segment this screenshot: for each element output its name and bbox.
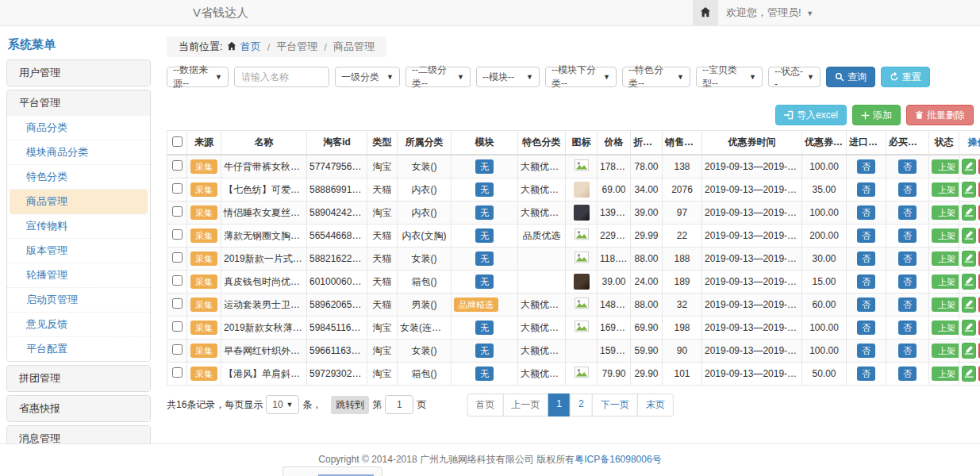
sidebar-item[interactable]: 平台配置 xyxy=(7,337,150,361)
import-toggle[interactable]: 否 xyxy=(857,321,875,335)
breadcrumb-home-link[interactable]: 首页 xyxy=(240,40,261,54)
row-checkbox[interactable] xyxy=(172,206,183,217)
must-buy-toggle[interactable]: 否 xyxy=(898,251,917,266)
edit-button[interactable] xyxy=(962,182,976,198)
select-all-checkbox[interactable] xyxy=(172,136,183,147)
import-toggle[interactable]: 否 xyxy=(857,205,875,220)
name-search-input[interactable] xyxy=(234,67,329,87)
jump-to-button[interactable]: 跳转到 xyxy=(331,396,369,414)
filter-select-module-sub-category[interactable]: --模块下分类--▼ xyxy=(545,67,617,87)
page-button[interactable]: 末页 xyxy=(637,393,674,416)
import-toggle[interactable]: 否 xyxy=(857,182,875,197)
add-button[interactable]: 添加 xyxy=(852,105,901,125)
sidebar-item[interactable]: 宣传物料 xyxy=(7,214,150,239)
reset-button[interactable]: 重置 xyxy=(881,67,930,87)
import-toggle[interactable]: 否 xyxy=(857,228,875,243)
sidebar-section-header[interactable]: 省惠快报 xyxy=(7,396,150,421)
filter-select-level2-category[interactable]: --二级分类--▼ xyxy=(405,67,471,87)
import-toggle[interactable]: 否 xyxy=(857,251,875,266)
must-buy-toggle[interactable]: 否 xyxy=(898,182,917,197)
page-button[interactable]: 1 xyxy=(548,393,571,416)
feature-category xyxy=(518,271,566,294)
filter-select-data-source[interactable]: --数据来源--▼ xyxy=(167,67,229,87)
import-toggle[interactable]: 否 xyxy=(857,159,875,174)
row-checkbox[interactable] xyxy=(172,298,183,309)
edit-button[interactable] xyxy=(962,320,976,336)
sidebar-section-header[interactable]: 消息管理 xyxy=(7,426,150,443)
row-checkbox[interactable] xyxy=(172,229,183,240)
status-toggle[interactable]: 上架 xyxy=(932,321,959,335)
sidebar-item[interactable]: 意见反馈 xyxy=(7,313,150,337)
status-toggle[interactable]: 上架 xyxy=(932,159,959,174)
filter-select-module[interactable]: --模块--▼ xyxy=(476,67,540,87)
import-toggle[interactable]: 否 xyxy=(857,274,875,289)
edit-icon xyxy=(964,161,974,173)
edit-button[interactable] xyxy=(962,297,976,313)
sidebar-item[interactable]: 商品管理 xyxy=(10,190,148,214)
filter-select-feature-category[interactable]: --特色分类--▼ xyxy=(622,67,690,87)
row-checkbox[interactable] xyxy=(172,160,183,171)
import-toggle[interactable]: 否 xyxy=(857,298,875,312)
edit-icon xyxy=(964,184,974,196)
must-buy-toggle[interactable]: 否 xyxy=(898,344,917,358)
edit-button[interactable] xyxy=(962,274,976,290)
must-buy-toggle[interactable]: 否 xyxy=(898,367,917,381)
page-button[interactable]: 2 xyxy=(570,393,593,416)
home-button[interactable] xyxy=(693,0,718,25)
import-toggle[interactable]: 否 xyxy=(857,344,875,358)
import-toggle[interactable]: 否 xyxy=(857,367,875,381)
query-button[interactable]: 查询 xyxy=(826,67,875,87)
status-toggle[interactable]: 上架 xyxy=(932,251,959,266)
sidebar-item[interactable]: 特色分类 xyxy=(7,165,150,190)
must-buy-toggle[interactable]: 否 xyxy=(898,205,917,220)
sidebar-item[interactable]: 版本管理 xyxy=(7,239,150,263)
edit-button[interactable] xyxy=(962,366,976,382)
sidebar-section-header[interactable]: 拼团管理 xyxy=(7,366,150,391)
status-toggle[interactable]: 上架 xyxy=(932,274,959,289)
row-checkbox[interactable] xyxy=(172,321,183,332)
status-toggle[interactable]: 上架 xyxy=(932,228,959,243)
edit-button[interactable] xyxy=(962,228,976,244)
filter-select-item-type[interactable]: --宝贝类型--▼ xyxy=(696,67,763,87)
status-toggle[interactable]: 上架 xyxy=(932,182,959,197)
feature-category: 大额优惠券 xyxy=(518,178,566,202)
row-checkbox[interactable] xyxy=(172,344,183,355)
must-buy-toggle[interactable]: 否 xyxy=(898,159,917,174)
page-button[interactable]: 上一页 xyxy=(502,393,548,416)
status-toggle[interactable]: 上架 xyxy=(932,205,959,220)
must-buy-toggle[interactable]: 否 xyxy=(898,298,917,312)
row-checkbox[interactable] xyxy=(172,367,183,378)
edit-button[interactable] xyxy=(962,159,976,175)
filter-select-level1-category[interactable]: 一级分类▼ xyxy=(335,67,400,87)
sidebar-item[interactable]: 轮播管理 xyxy=(7,263,150,288)
must-buy-toggle[interactable]: 否 xyxy=(898,274,917,289)
sidebar-item[interactable]: 模块商品分类 xyxy=(7,140,150,165)
edit-button[interactable] xyxy=(962,251,976,267)
filter-select-status[interactable]: --状态--▼ xyxy=(768,67,821,87)
edit-button[interactable] xyxy=(962,205,976,221)
source-badge: 采集 xyxy=(190,205,217,220)
sidebar-section-header[interactable]: 用户管理 xyxy=(7,60,150,86)
batch-delete-button[interactable]: 批量删除 xyxy=(906,105,974,125)
module-cell: 无 xyxy=(452,155,518,178)
row-checkbox[interactable] xyxy=(172,252,183,263)
import-excel-button[interactable]: 导入excel xyxy=(775,105,847,125)
user-menu[interactable]: 欢迎您，管理员! ▼ xyxy=(718,6,980,20)
sidebar-section-header[interactable]: 平台管理 xyxy=(7,90,150,116)
category: 内衣(文胸) xyxy=(398,225,452,248)
must-buy-toggle[interactable]: 否 xyxy=(898,321,917,335)
row-checkbox[interactable] xyxy=(172,275,183,286)
sidebar-item[interactable]: 启动页管理 xyxy=(7,288,150,313)
status-toggle[interactable]: 上架 xyxy=(932,344,959,358)
page-button[interactable]: 首页 xyxy=(467,393,503,416)
sidebar-item[interactable]: 商品分类 xyxy=(7,116,150,140)
status-toggle[interactable]: 上架 xyxy=(932,367,959,381)
page-button[interactable]: 下一页 xyxy=(592,393,638,416)
edit-button[interactable] xyxy=(962,343,976,359)
must-buy-toggle[interactable]: 否 xyxy=(898,228,917,243)
status-toggle[interactable]: 上架 xyxy=(932,298,959,312)
row-checkbox[interactable] xyxy=(172,183,183,194)
icp-link[interactable]: 粤ICP备16098006号 xyxy=(575,454,661,465)
per-page-select[interactable]: 10 ▼ xyxy=(266,395,299,414)
page-number-input[interactable] xyxy=(385,395,413,414)
